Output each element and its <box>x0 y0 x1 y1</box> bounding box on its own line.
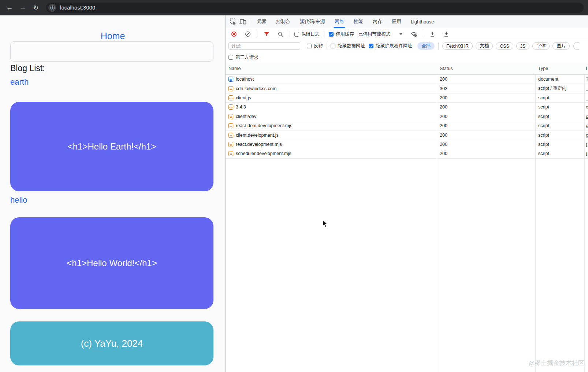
request-type: script <box>535 123 584 128</box>
request-initiator: c <box>586 114 588 119</box>
divider <box>324 31 324 37</box>
request-name: scheduler.development.mjs <box>236 151 291 156</box>
clear-network-log-icon[interactable] <box>243 29 253 39</box>
home-link[interactable]: Home <box>0 31 226 41</box>
filter-chip-partial[interactable] <box>573 42 579 50</box>
site-info-icon[interactable]: i <box>48 4 56 12</box>
filter-chip[interactable]: Fetch/XHR <box>442 42 473 50</box>
filter-chip[interactable]: 图片 <box>552 42 570 50</box>
request-status: 302 <box>437 86 535 91</box>
filter-input[interactable] <box>228 42 300 50</box>
table-row[interactable]: react-dom.development.mjs 200 script c <box>226 121 588 130</box>
table-row[interactable]: 3.4.3 200 script c <box>226 103 588 112</box>
request-status: 200 <box>437 133 535 138</box>
filter-chip[interactable]: JS <box>516 42 530 50</box>
post-input[interactable] <box>10 41 213 62</box>
request-type: script / 重定向 <box>535 85 584 92</box>
request-type: script <box>535 151 584 156</box>
network-toolbar: 保留日志 停用缓存 已停用节流模式 <box>226 28 588 40</box>
world-card-text: <h1>Hello World!</h1> <box>67 258 157 268</box>
devtools-tab[interactable]: 内存 <box>368 15 387 28</box>
request-initiator: c <box>586 123 588 128</box>
request-initiator: _ <box>586 95 588 100</box>
earth-card-text: <h1>Hello Earth!</h1> <box>68 141 156 152</box>
window-content: Home Blog List: earth <h1>Hello Earth!</… <box>0 15 588 372</box>
devtools-tab[interactable]: Lighthouse <box>406 15 439 28</box>
request-initiator: c <box>586 104 588 110</box>
web-page: Home Blog List: earth <h1>Hello Earth!</… <box>0 15 226 372</box>
import-har-icon[interactable] <box>428 29 437 39</box>
request-status: 200 <box>437 77 535 82</box>
divider <box>257 31 257 37</box>
filter-chip[interactable]: 字体 <box>532 42 550 50</box>
devtools-tab[interactable]: 应用 <box>387 15 406 28</box>
devtools-tab[interactable]: 源代码/来源 <box>295 15 330 28</box>
table-row[interactable]: client?dev 200 script c <box>226 112 588 121</box>
disable-cache-checkbox[interactable]: 停用缓存 <box>329 31 354 37</box>
device-toolbar-icon[interactable] <box>238 17 248 26</box>
back-icon[interactable]: ← <box>4 3 15 13</box>
filter-icon[interactable] <box>262 29 271 39</box>
record-network-log-icon[interactable] <box>229 29 239 39</box>
table-row[interactable]: react.development.mjs 200 script r <box>226 140 588 149</box>
earth-link[interactable]: earth <box>10 77 29 87</box>
reload-icon[interactable]: ↻ <box>31 3 41 13</box>
request-name: react.development.mjs <box>236 142 282 147</box>
network-requests-table: Name Status Type I localhost 200 documen… <box>226 63 588 372</box>
column-header-name[interactable]: Name <box>226 66 437 71</box>
throttling-dropdown[interactable]: 已停用节流模式 <box>358 31 402 37</box>
request-type: script <box>535 133 584 138</box>
request-name: 3.4.3 <box>236 104 246 110</box>
filter-chip-all[interactable]: 全部 <box>417 42 435 50</box>
request-type: script <box>535 114 584 119</box>
earth-card: <h1>Hello Earth!</h1> <box>10 102 213 191</box>
search-icon[interactable] <box>276 29 285 39</box>
script-icon <box>228 142 233 147</box>
devtools-tab[interactable]: 控制台 <box>271 15 295 28</box>
devtools-tab[interactable]: 网络 <box>330 15 349 28</box>
request-status: 200 <box>437 104 535 110</box>
network-conditions-icon[interactable] <box>409 29 418 39</box>
hide-extension-urls-checkbox[interactable]: 隐藏扩展程序网址 <box>369 43 412 49</box>
column-header-type[interactable]: Type <box>535 66 584 71</box>
column-header-status[interactable]: Status <box>437 66 535 71</box>
devtools-tab[interactable]: 性能 <box>349 15 368 28</box>
table-row[interactable]: client.js 200 script _ <box>226 93 588 103</box>
devtools-tab[interactable]: 元素 <box>252 15 271 28</box>
request-name: client.js <box>236 95 251 100</box>
third-party-row: 第三方请求 <box>226 52 588 63</box>
request-type: document <box>535 77 584 82</box>
inspect-element-icon[interactable] <box>228 17 238 26</box>
script-icon <box>228 123 233 128</box>
filter-chip[interactable]: CSS <box>496 42 513 50</box>
request-status: 200 <box>437 114 535 119</box>
invert-filter-checkbox[interactable]: 反转 <box>307 43 323 49</box>
forward-icon[interactable]: → <box>18 3 28 13</box>
table-body: localhost 200 document 其 cdn.tailwindcss… <box>226 75 588 159</box>
request-name: react-dom.development.mjs <box>236 123 292 128</box>
table-row[interactable]: client.development.js 200 script c <box>226 130 588 140</box>
devtools-tabs: 元素 控制台 源代码/来源 网络 性能 内存 应用 Lighthouse <box>252 15 439 28</box>
filter-chip[interactable]: 文档 <box>476 42 493 50</box>
request-initiator: c <box>586 133 588 138</box>
browser-toolbar: ← → ↻ i localhost:3000 <box>0 0 588 15</box>
column-header-initiator[interactable]: I <box>584 66 588 71</box>
request-name: cdn.tailwindcss.com <box>236 86 276 91</box>
hide-data-urls-checkbox[interactable]: 隐藏数据网址 <box>331 43 365 49</box>
devtools-panel: 元素 控制台 源代码/来源 网络 性能 内存 应用 Lighthouse <box>226 15 588 372</box>
hello-link[interactable]: hello <box>10 195 27 205</box>
address-bar[interactable]: i localhost:3000 <box>46 3 584 13</box>
request-initiator: 其 <box>586 77 588 82</box>
divider <box>438 43 439 49</box>
table-row[interactable]: scheduler.development.mjs 200 script r <box>226 149 588 158</box>
script-icon <box>228 151 233 156</box>
table-row[interactable]: cdn.tailwindcss.com 302 script / 重定向 _ <box>226 84 588 93</box>
preserve-log-checkbox[interactable]: 保留日志 <box>294 31 320 37</box>
export-har-icon[interactable] <box>442 29 451 39</box>
table-row[interactable]: localhost 200 document 其 <box>226 75 588 84</box>
request-name: client?dev <box>236 114 256 119</box>
request-status: 200 <box>437 151 535 156</box>
script-icon <box>228 114 233 119</box>
request-type: script <box>535 104 584 110</box>
third-party-checkbox[interactable]: 第三方请求 <box>228 54 258 60</box>
